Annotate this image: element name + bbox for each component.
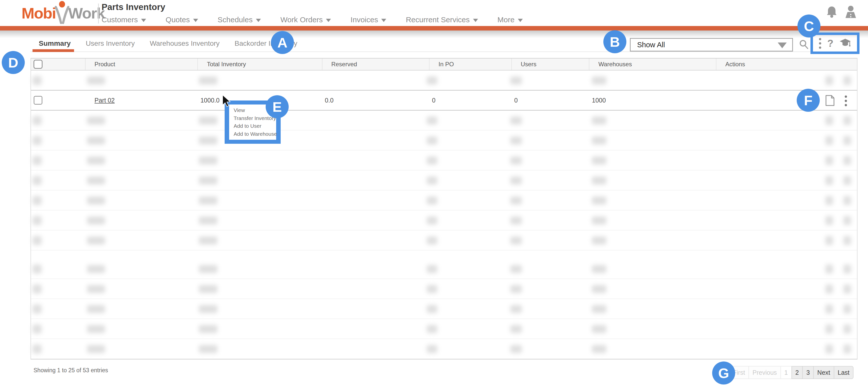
column-header-total-inventory: Total Inventory [198,59,322,70]
table-row-masked [31,110,857,130]
mobiwork-logo[interactable]: Mobi Work [22,1,105,25]
column-header-product: Product [86,59,198,70]
nav-item-invoices[interactable]: Invoices [350,15,386,24]
nav-item-recurrent-services[interactable]: Recurrent Services [406,15,478,24]
masked-cell-pill [826,264,833,273]
nav-item-customers[interactable]: Customers [101,15,146,24]
masked-cell-pill [87,136,105,144]
masked-cell-pill [843,285,851,293]
main-nav: CustomersQuotesSchedulesWork OrdersInvoi… [101,14,523,25]
table-row-masked [31,211,857,230]
masked-cell-pill [510,345,522,353]
masked-cell-pill [199,76,217,85]
annotation-badge-e: E [266,95,289,118]
table-row-masked [31,259,857,279]
row-checkbox[interactable] [34,96,42,104]
masked-cell-pill [87,305,105,313]
page-button-1[interactable]: 1 [780,366,792,379]
chevron-down-icon [193,19,198,22]
page-button-last[interactable]: Last [834,366,854,379]
masked-cell-pill [592,285,606,293]
masked-cell-pill [427,285,437,293]
masked-cell-pill [510,217,522,225]
masked-cell-pill [826,236,833,245]
masked-cell-pill [826,285,833,293]
masked-cell-pill [199,157,217,164]
chevron-down-icon [256,19,261,22]
masked-cell-pill [826,76,833,85]
mobiwork-figure-icon [54,1,70,24]
inventory-table: ProductTotal InventoryReservedIn POUsers… [31,58,858,359]
column-header-reserved: Reserved [322,59,430,70]
page-button-2[interactable]: 2 [792,366,803,379]
table-row-masked [31,130,857,151]
masked-cell-pill [427,265,437,273]
masked-cell-pill [427,325,437,333]
masked-cell-pill [592,136,606,144]
toolbar-kebab-menu-icon[interactable] [819,38,821,49]
masked-cell-pill [33,116,41,125]
masked-cell-pill [427,157,437,164]
nav-item-label: Invoices [350,15,378,24]
chevron-down-icon [381,19,386,22]
masked-cell-pill [592,76,606,85]
tab-warehouses-inventory[interactable]: Warehouses Inventory [150,39,220,47]
masked-cell-pill [843,216,851,225]
table-header-row: ProductTotal InventoryReservedIn POUsers… [31,59,857,70]
masked-cell-pill [843,116,851,125]
column-header-users: Users [512,59,590,70]
masked-cell-pill [427,236,437,245]
masked-cell-pill [510,196,522,204]
parts-inventory-page: Mobi Work Parts Inventory CustomersQuote… [0,0,868,387]
masked-cell-pill [843,76,851,85]
masked-cell-pill [826,116,833,125]
user-profile-icon[interactable] [844,5,857,19]
page-title: Parts Inventory [101,2,165,12]
masked-cell-pill [592,217,606,225]
masked-cell-pill [87,117,105,125]
select-all-checkbox[interactable] [33,60,42,69]
nav-item-more[interactable]: More [498,15,523,24]
tab-summary[interactable]: Summary [39,39,71,47]
context-menu-item-transfer-inventory[interactable]: Transfer Inventory [229,115,276,121]
page-button-3[interactable]: 3 [802,366,814,379]
cell-in-po: 0 [430,91,512,110]
page-button-next[interactable]: Next [813,366,834,379]
nav-item-work-orders[interactable]: Work Orders [280,15,331,24]
product-link[interactable]: Part 02 [95,97,115,104]
document-icon[interactable] [825,95,835,107]
masked-cell-pill [199,196,217,204]
masked-cell-pill [843,345,851,354]
context-menu-item-add-to-warehouse[interactable]: Add to Warehouse [229,131,276,137]
training-cap-icon[interactable] [839,38,851,48]
masked-cell-pill [510,265,522,273]
masked-cell-pill [199,285,217,293]
nav-item-quotes[interactable]: Quotes [165,15,198,24]
masked-cell-pill [510,117,522,125]
masked-cell-pill [33,264,41,273]
table-row-masked [31,191,857,211]
masked-cell-pill [510,325,522,333]
search-button[interactable] [799,37,810,51]
notification-bell-icon[interactable] [826,5,837,19]
filter-selected-value: Show All [637,41,665,49]
tab-users-inventory[interactable]: Users Inventory [86,39,135,47]
column-header-warehouses: Warehouses [589,59,716,70]
masked-cell-pill [199,117,217,125]
masked-cell-pill [592,117,606,125]
row-menu-icon[interactable] [845,96,847,106]
masked-cell-pill [510,136,522,144]
table-row-spacer [31,251,857,259]
help-icon[interactable]: ? [827,38,833,49]
masked-cell-pill [843,176,851,185]
masked-cell-pill [826,345,833,354]
masked-cell-pill [843,136,851,145]
filter-select[interactable]: Show All [630,38,793,52]
nav-item-schedules[interactable]: Schedules [218,15,261,24]
cell-warehouses: 1000 [589,91,716,110]
masked-cell-pill [826,136,833,145]
page-button-previous: Previous [748,366,781,379]
masked-cell-pill [199,236,217,245]
masked-cell-pill [592,305,606,313]
context-menu-item-add-to-user[interactable]: Add to User [229,123,276,129]
